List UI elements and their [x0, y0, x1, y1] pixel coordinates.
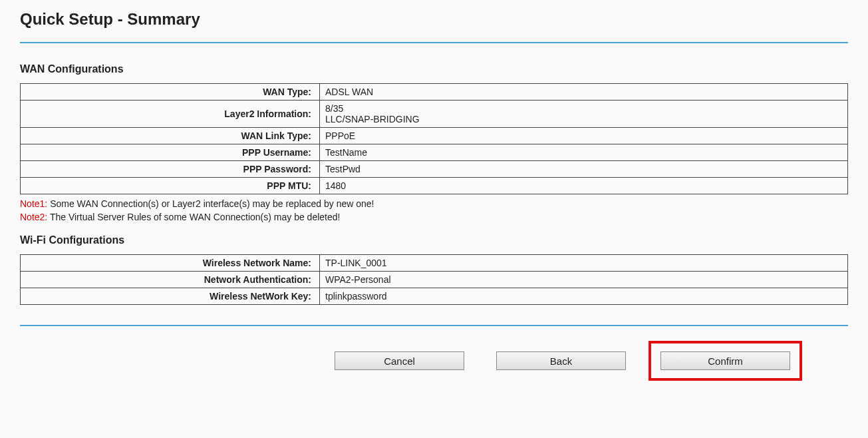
ppp-mtu-label: PPP MTU: — [21, 178, 320, 194]
table-row: Wireless Network Name: TP-LINK_0001 — [21, 255, 848, 272]
ppp-mtu-value: 1480 — [320, 178, 848, 194]
table-row: Layer2 Information: 8/35 LLC/SNAP-BRIDGI… — [21, 101, 848, 128]
cancel-button[interactable]: Cancel — [335, 351, 464, 370]
link-type-label: WAN Link Type: — [21, 128, 320, 144]
ppp-user-label: PPP Username: — [21, 144, 320, 161]
wifi-section-title: Wi-Fi Configurations — [20, 234, 848, 246]
note1-label: Note1: — [20, 198, 47, 209]
table-row: WAN Link Type: PPPoE — [21, 128, 848, 144]
note1: Note1: Some WAN Connection(s) or Layer2 … — [20, 198, 848, 209]
back-wrap: Back — [487, 341, 635, 381]
ssid-label: Wireless Network Name: — [21, 255, 320, 272]
note2-label: Note2: — [20, 212, 47, 222]
table-row: Wireless NetWork Key: tplinkpassword — [21, 288, 848, 305]
ppp-pass-value: TestPwd — [320, 161, 848, 178]
ssid-value: TP-LINK_0001 — [320, 255, 848, 272]
button-row: Cancel Back Confirm — [20, 341, 848, 381]
wan-type-label: WAN Type: — [21, 84, 320, 101]
layer2-value: 8/35 LLC/SNAP-BRIDGING — [320, 101, 848, 128]
note2: Note2: The Virtual Server Rules of some … — [20, 212, 848, 222]
layer2-label: Layer2 Information: — [21, 101, 320, 128]
note2-text: The Virtual Server Rules of some WAN Con… — [47, 212, 340, 222]
wifi-config-table: Wireless Network Name: TP-LINK_0001 Netw… — [20, 254, 848, 305]
table-row: Network Authentication: WPA2-Personal — [21, 272, 848, 288]
auth-value: WPA2-Personal — [320, 272, 848, 288]
note1-text: Some WAN Connection(s) or Layer2 interfa… — [47, 198, 374, 209]
cancel-wrap: Cancel — [325, 341, 474, 381]
table-row: PPP Username: TestName — [21, 144, 848, 161]
confirm-highlight: Confirm — [649, 341, 802, 381]
key-value: tplinkpassword — [320, 288, 848, 305]
table-row: WAN Type: ADSL WAN — [21, 84, 848, 101]
wan-type-value: ADSL WAN — [320, 84, 848, 101]
wan-config-table: WAN Type: ADSL WAN Layer2 Information: 8… — [20, 83, 848, 194]
link-type-value: PPPoE — [320, 128, 848, 144]
divider-bottom — [20, 325, 848, 326]
table-row: PPP Password: TestPwd — [21, 161, 848, 178]
back-button[interactable]: Back — [496, 351, 626, 370]
ppp-user-value: TestName — [320, 144, 848, 161]
confirm-button[interactable]: Confirm — [660, 351, 790, 370]
table-row: PPP MTU: 1480 — [21, 178, 848, 194]
wan-section-title: WAN Configurations — [20, 63, 848, 75]
divider-top — [20, 42, 848, 43]
ppp-pass-label: PPP Password: — [21, 161, 320, 178]
key-label: Wireless NetWork Key: — [21, 288, 320, 305]
page-title: Quick Setup - Summary — [20, 10, 848, 29]
auth-label: Network Authentication: — [21, 272, 320, 288]
